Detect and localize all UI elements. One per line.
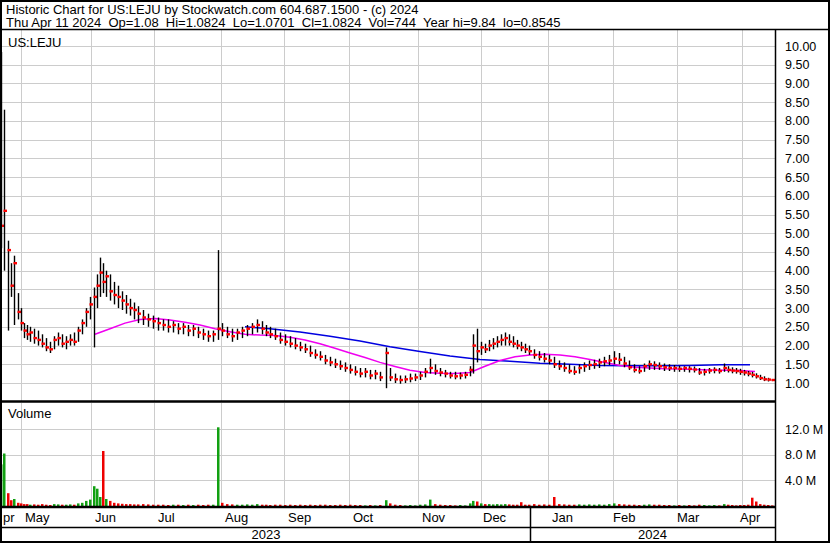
close-tick: [415, 376, 419, 378]
close-tick: [634, 369, 638, 371]
close-tick: [257, 324, 261, 326]
close-tick: [247, 328, 251, 330]
close-tick: [704, 371, 708, 373]
close-tick: [163, 324, 167, 326]
price-tick-label: 7.00: [785, 152, 809, 166]
close-tick: [614, 358, 618, 360]
close-tick: [188, 329, 192, 331]
close-tick: [489, 344, 493, 346]
close-tick: [430, 367, 434, 369]
close-tick: [330, 361, 334, 363]
close-tick: [126, 303, 130, 305]
close-tick: [103, 281, 107, 283]
close-tick: [8, 249, 12, 251]
close-tick: [539, 356, 543, 358]
volume-bar: [77, 503, 80, 506]
close-tick: [280, 339, 284, 341]
volume-bar: [385, 500, 388, 506]
close-tick: [262, 328, 266, 330]
close-tick: [619, 359, 623, 361]
volume-bar: [41, 504, 44, 506]
price-tick-label: 9.00: [785, 77, 809, 91]
close-tick: [425, 371, 429, 373]
volume-bar: [26, 504, 29, 506]
price-tick-label: 2.00: [785, 339, 809, 353]
year-label: 2023: [252, 527, 281, 542]
volume-bar: [20, 503, 23, 506]
close-tick: [485, 348, 489, 350]
volume-bar: [96, 489, 99, 506]
volume-bar: [125, 504, 128, 506]
close-tick: [584, 365, 588, 367]
close-tick: [213, 333, 217, 335]
close-tick: [143, 316, 147, 318]
close-tick: [405, 378, 409, 380]
symbol-label: US:LEJU: [8, 35, 61, 50]
close-tick: [604, 360, 608, 362]
close-tick: [50, 348, 54, 350]
close-tick: [295, 344, 299, 346]
close-tick: [664, 366, 668, 368]
close-tick: [380, 376, 384, 378]
close-tick: [420, 374, 424, 376]
volume-tick-label: 8.0 M: [785, 448, 816, 462]
price-tick-label: 10.00: [785, 40, 816, 54]
volume-bar: [17, 503, 20, 506]
close-tick: [659, 365, 663, 367]
stockwatch-historic-chart: 10.009.509.008.508.007.507.006.506.005.5…: [0, 0, 830, 543]
volume-bar: [93, 486, 96, 506]
volume-bar: [504, 504, 507, 506]
close-tick: [173, 324, 177, 326]
close-tick: [529, 350, 533, 352]
volume-bar: [472, 501, 475, 506]
close-tick: [470, 369, 474, 371]
close-tick: [325, 359, 329, 361]
volume-bar: [608, 504, 611, 506]
close-tick: [684, 367, 688, 369]
close-tick: [345, 367, 349, 369]
volume-bar: [520, 502, 523, 506]
close-tick: [525, 348, 529, 350]
close-tick: [669, 367, 673, 369]
close-tick: [772, 379, 776, 381]
close-tick: [178, 328, 182, 330]
price-tick-label: 4.00: [785, 264, 809, 278]
price-tick-label: 8.00: [785, 114, 809, 128]
close-tick: [736, 370, 740, 372]
volume-bar: [13, 499, 16, 506]
month-label: Jan: [552, 510, 573, 525]
month-label: Oct: [353, 510, 374, 525]
close-tick: [285, 341, 289, 343]
close-tick: [18, 311, 22, 313]
volume-pane-label: Volume: [8, 406, 51, 421]
close-tick: [148, 318, 152, 320]
close-tick: [300, 346, 304, 348]
close-tick: [694, 368, 698, 370]
month-label: Mar: [677, 510, 700, 525]
volume-bar: [81, 503, 84, 506]
close-tick: [118, 296, 122, 298]
volume-bar: [480, 503, 483, 506]
close-tick: [594, 363, 598, 365]
close-tick: [564, 367, 568, 369]
close-tick: [266, 331, 270, 333]
close-tick: [183, 326, 187, 328]
volume-bar: [226, 504, 229, 506]
close-tick: [237, 331, 241, 333]
year-label: 2024: [638, 527, 667, 542]
close-tick: [505, 337, 509, 339]
close-tick: [559, 365, 563, 367]
volume-bar: [429, 500, 432, 506]
volume-bar: [142, 504, 145, 506]
close-tick: [644, 365, 648, 367]
volume-bar: [23, 504, 26, 506]
close-tick: [460, 374, 464, 376]
volume-bar: [533, 504, 536, 506]
close-tick: [450, 374, 454, 376]
close-tick: [198, 331, 202, 333]
volume-bar: [121, 504, 124, 506]
close-tick: [203, 333, 207, 335]
close-tick: [517, 344, 521, 346]
close-tick: [574, 371, 578, 373]
close-tick: [493, 343, 497, 345]
